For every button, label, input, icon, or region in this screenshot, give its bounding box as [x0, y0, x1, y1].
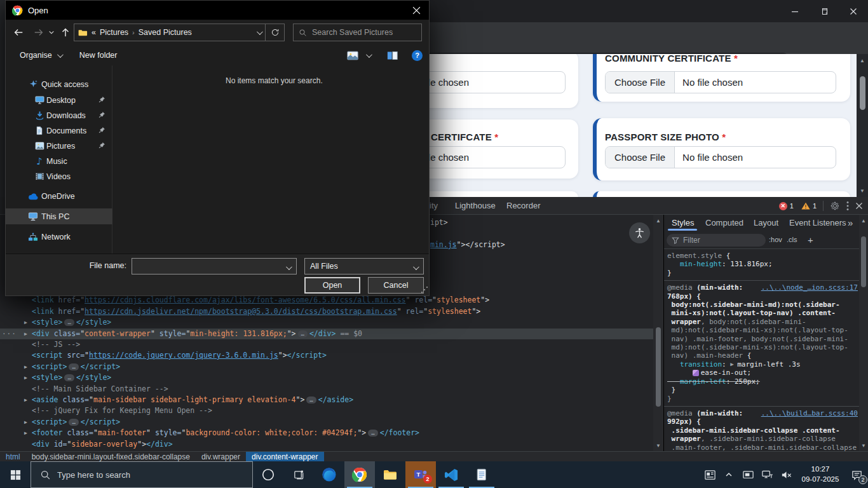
css-line[interactable]: } [664, 395, 859, 403]
css-line[interactable]: element.style { [664, 252, 859, 260]
expand-arrow-icon[interactable]: ▶ [24, 428, 27, 438]
scroll-down-icon[interactable]: ▼ [859, 441, 868, 450]
css-rule-block[interactable]: @media (min-width:..\..\build…bar.scss:4… [664, 407, 859, 451]
back-button[interactable] [11, 24, 26, 41]
dom-tree-node[interactable]: <!-- Main Sidebar Container --> [0, 384, 653, 395]
expand-arrow-icon[interactable]: ▶ [24, 317, 27, 328]
css-rule-block[interactable]: @media (min-width:..\..\node_…ion.scss:1… [664, 281, 859, 407]
css-line[interactable]: md):not(.sidebar-mini-xs):not(.layout-to… [664, 343, 859, 351]
up-button[interactable] [58, 24, 73, 41]
expand-arrow-icon[interactable]: ▶ [24, 395, 27, 405]
edge-button[interactable] [314, 461, 344, 488]
recent-locations-chevron-icon[interactable] [46, 24, 57, 41]
new-rule-button[interactable]: + [808, 231, 813, 249]
warning-count[interactable]: 1 [813, 202, 817, 210]
scrollbar-thumb[interactable] [861, 236, 866, 287]
css-line[interactable]: body:not(.sidebar-mini-md):not(.sidebar- [664, 301, 859, 309]
hidden-icons-chevron-icon[interactable] [719, 461, 738, 488]
sidebar-item-pictures[interactable]: Pictures [6, 138, 112, 154]
sidebar-item-downloads[interactable]: Downloads [6, 107, 112, 123]
css-line[interactable]: .sidebar-mini.sidebar-collapse .content- [664, 426, 859, 435]
node-options-icon[interactable]: ... [2, 327, 17, 337]
css-rule-block[interactable]: element.style { min-height: 131.816px;} [664, 249, 859, 281]
error-count-icon[interactable]: ✕ [779, 202, 787, 210]
organise-chevron-icon[interactable] [57, 51, 62, 60]
devtools-settings-icon[interactable] [830, 201, 840, 211]
dom-tree-node[interactable]: ▶<style>…</style> [0, 372, 653, 383]
sidebar-item-onedrive[interactable]: OneDrive [6, 188, 112, 204]
tab-lighthouse[interactable]: Lighthouse [455, 197, 496, 215]
dom-tree-node-fragment[interactable]: min.js"></script> [430, 240, 505, 250]
dom-tree-node[interactable]: ▶<script>…</script> [0, 362, 653, 372]
tab-layout[interactable]: Layout [754, 215, 778, 231]
css-line[interactable]: } [664, 386, 859, 394]
task-view-button[interactable] [283, 461, 314, 488]
tab-event-listeners[interactable]: Event Listeners [789, 215, 846, 231]
dialog-search-input[interactable]: Search Saved Pictures [293, 24, 422, 41]
dom-tree-node[interactable]: <!-- JS --> [0, 339, 653, 350]
dom-tree-node[interactable]: <link href="https://cdn.jsdelivr.net/npm… [0, 306, 653, 317]
taskbar-search-input[interactable]: Type here to search [31, 461, 253, 488]
css-line[interactable]: @media (min-width:..\..\build…bar.scss:4… [664, 409, 859, 417]
dom-tree-node[interactable]: ▶<footer class="main-footer" style="back… [0, 428, 653, 438]
warning-icon[interactable] [801, 202, 810, 210]
dom-tree-node[interactable]: <!-- jQuery Fix for Keeping Menu Open --… [0, 405, 653, 416]
scroll-up-icon[interactable]: ▲ [653, 216, 663, 225]
css-line[interactable]: transition: ▶ margin-left .3s [664, 360, 859, 369]
styles-scrollbar[interactable]: ▲ ▼ [859, 215, 868, 451]
choose-file-button[interactable]: Choose File [606, 72, 675, 93]
refresh-button[interactable] [266, 24, 285, 41]
tab-recorder[interactable]: Recorder [506, 197, 540, 215]
passport-file-input[interactable]: Choose File No file chosen [605, 146, 836, 168]
scrollbar-thumb[interactable] [860, 76, 865, 110]
expand-arrow-icon[interactable]: ▶ [24, 362, 27, 372]
vscode-button[interactable] [436, 461, 466, 488]
bezier-easing-icon[interactable] [693, 370, 699, 376]
dialog-close-button[interactable] [403, 1, 429, 20]
expand-arrow-icon[interactable]: ▶ [24, 417, 27, 428]
css-line[interactable]: min-height: 131.816px; [664, 260, 859, 268]
view-chevron-icon[interactable] [366, 51, 370, 60]
css-line[interactable]: mini-xs):not(.layout-top-nav) .content- [664, 309, 859, 317]
cls-toggle[interactable]: .cls [787, 231, 797, 249]
css-line[interactable]: md):not(.sidebar-mini-xs):not(.layout-to… [664, 326, 859, 334]
sidebar-item-desktop[interactable]: Desktop [6, 92, 112, 108]
devtools-close-icon[interactable] [855, 202, 863, 210]
css-line[interactable]: ease-in-out; [664, 369, 859, 377]
dom-tree-node[interactable]: ▶<script>…</script> [0, 417, 653, 428]
css-line[interactable]: 768px) { [664, 292, 859, 301]
minimize-button[interactable] [780, 0, 810, 22]
dom-tree-node[interactable]: ▶<aside class="main-sidebar sidebar-ligh… [0, 395, 653, 405]
dom-tree-node[interactable]: ▶...<div class="content-wrapper" style="… [0, 329, 653, 339]
help-icon[interactable]: ? [412, 50, 423, 61]
css-line[interactable]: margin-left: 250px; [664, 377, 859, 386]
network-icon[interactable] [757, 461, 776, 488]
new-folder-button[interactable]: New folder [79, 51, 118, 60]
volume-muted-icon[interactable] [776, 461, 796, 488]
breadcrumb-dropdown-chevron-icon[interactable] [257, 28, 261, 37]
error-count[interactable]: 1 [790, 202, 794, 210]
scroll-up-icon[interactable]: ▲ [859, 216, 868, 225]
view-thumbnails-icon[interactable] [347, 51, 358, 60]
file-explorer-button[interactable] [375, 461, 405, 488]
sidebar-item-this-pc[interactable]: This PC [6, 208, 112, 224]
tab-security-partial[interactable]: ity [430, 197, 438, 215]
scroll-up-icon[interactable]: ▲ [857, 56, 868, 65]
more-tabs-icon[interactable]: » [848, 215, 853, 231]
cancel-button[interactable]: Cancel [368, 277, 424, 294]
breadcrumb-saved-pictures[interactable]: Saved Pictures [139, 28, 192, 37]
dom-tree-node[interactable]: ▶<style>…</style> [0, 317, 653, 328]
css-line[interactable]: .main-footer, .sidebar-mini.sidebar-coll… [664, 444, 859, 451]
scroll-down-icon[interactable]: ▼ [653, 441, 663, 450]
stylesheet-source-link[interactable]: ..\..\node_…ion.scss:17 [761, 283, 858, 292]
css-line[interactable]: 992px) { [664, 417, 859, 426]
breadcrumb-pictures[interactable]: Pictures [100, 28, 128, 37]
css-line[interactable]: @media (min-width:..\..\node_…ion.scss:1… [664, 283, 859, 292]
expand-arrow-icon[interactable]: ▶ [24, 329, 27, 339]
sidebar-item-documents[interactable]: Documents [6, 123, 112, 139]
cortana-button[interactable] [253, 461, 283, 488]
notepad-button[interactable] [466, 461, 497, 488]
css-line[interactable]: } [664, 269, 859, 277]
taskbar-clock[interactable]: 10:27 09-07-2025 [796, 464, 845, 484]
forward-button[interactable] [31, 24, 46, 41]
